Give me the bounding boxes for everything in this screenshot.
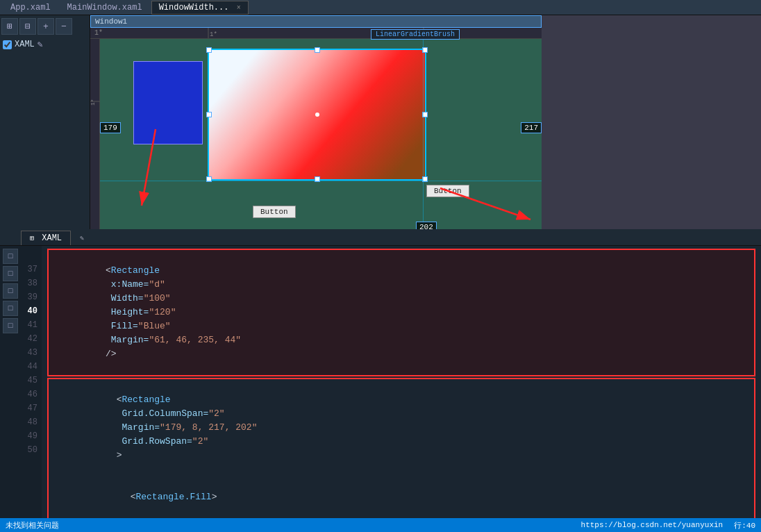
status-url: https://blog.csdn.net/yuanyuxin [581, 521, 724, 529]
toolbar-row-1: ⊞ ⊟ + − [1, 18, 88, 35]
gradient-label: LinearGradientBrush [371, 29, 460, 40]
sidebar-icon-3[interactable]: □ [3, 283, 18, 299]
canvas-button-1[interactable]: Button [253, 206, 296, 218]
xaml-checkbox[interactable] [3, 40, 12, 49]
status-bar: 未找到相关问题 https://blog.csdn.net/yuanyuxin … [0, 518, 761, 532]
tab-mainwindow[interactable]: MainWindow.xaml [60, 1, 150, 15]
right-panel [542, 15, 761, 243]
row-label: 行:40 [734, 520, 755, 531]
bottom-tabs: ⊞ XAML ✎ [0, 229, 761, 246]
bottom-area: ⊞ XAML ✎ □ □ □ □ □ 37 38 39 40 41 42 43 … [0, 229, 761, 532]
designer-area: ⊞ ⊟ + − XAML ✎ Window1 1* 1* 1* [0, 15, 761, 244]
crosshair-h [100, 181, 542, 181]
toolbar-btn-zoom-out[interactable]: − [56, 18, 72, 35]
tab-close-icon[interactable]: × [237, 4, 241, 12]
code-area: □ □ □ □ □ 37 38 39 40 41 42 43 44 45 46 … [0, 246, 761, 518]
edit-icon[interactable]: ✎ [37, 39, 43, 50]
code-line-highlighted: <Rectangle x:Name="d" Width="100" Height… [47, 249, 755, 376]
gradient-rectangle[interactable] [208, 49, 426, 181]
tab-windowwidth[interactable]: WindowWidth... × [151, 1, 249, 15]
window-title: Window1 [95, 17, 127, 26]
sidebar-icon-4[interactable]: □ [3, 301, 18, 316]
canvas-title-bar: Window1 [90, 15, 542, 28]
status-right: https://blog.csdn.net/yuanyuxin 行:40 [581, 520, 755, 531]
dim-label-left: 179 [100, 122, 121, 133]
toolbar-btn-grid2[interactable]: ⊟ [19, 18, 36, 35]
xaml-label: XAML [15, 40, 35, 49]
svg-text:1*: 1* [210, 31, 217, 38]
ruler-top: 1* 1* 1* [90, 28, 542, 39]
handle-tl[interactable] [206, 47, 212, 53]
center-handle[interactable] [315, 113, 319, 117]
code-line-37: <Rectangle Grid.ColumnSpan="2" Margin="1… [49, 379, 754, 476]
crosshair-v [423, 39, 424, 233]
sidebar-icon-2[interactable]: □ [3, 266, 18, 281]
canvas-button-2[interactable]: Button [426, 185, 469, 197]
code-block-border: <Rectangle Grid.ColumnSpan="2" Margin="1… [47, 378, 755, 518]
dim-label-right: 217 [521, 122, 542, 133]
edit-tab-icon: ✎ [80, 235, 84, 242]
code-content[interactable]: <Rectangle x:Name="d" Width="100" Height… [42, 246, 761, 518]
canvas-container: Window1 1* 1* 1* 1* [90, 28, 542, 233]
tab-xaml[interactable]: ⊞ XAML [21, 231, 71, 245]
svg-text:1*: 1* [90, 99, 96, 106]
sidebar-icon-1[interactable]: □ [3, 249, 18, 264]
toolbar-btn-zoom-in[interactable]: + [37, 18, 54, 35]
status-left: 未找到相关问题 [6, 520, 59, 531]
toolbar-btn-grid[interactable]: ⊞ [1, 18, 18, 35]
code-sidebar: □ □ □ □ □ [0, 246, 21, 518]
code-line-38: <Rectangle.Fill> [49, 476, 754, 518]
handle-tm[interactable] [315, 47, 320, 53]
ruler-left: 1* [90, 39, 100, 233]
sidebar-icon-5[interactable]: □ [3, 318, 18, 333]
handle-ml[interactable] [206, 112, 212, 117]
blue-rectangle[interactable] [133, 61, 203, 144]
tab-edit[interactable]: ✎ [71, 231, 96, 245]
line-numbers: 37 38 39 40 41 42 43 44 45 46 47 48 49 5… [21, 246, 42, 518]
toolbar-area: ⊞ ⊟ + − XAML ✎ [0, 15, 90, 244]
top-tab-bar: App.xaml MainWindow.xaml WindowWidth... … [0, 0, 761, 15]
tab-appxaml[interactable]: App.xaml [3, 1, 58, 15]
canvas-surface[interactable]: 179 217 202 Button Button LinearGradient… [100, 39, 542, 233]
xaml-tab-icon: ⊞ [30, 235, 34, 242]
